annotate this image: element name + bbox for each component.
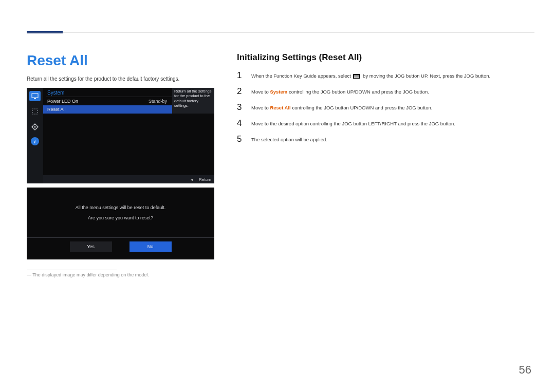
step-text: The selected option will be applied. bbox=[251, 135, 327, 143]
osd-sidebar: i bbox=[27, 88, 43, 183]
left-column: Reset All Return all the settings for th… bbox=[27, 52, 214, 277]
osd-footer: ◂ Return bbox=[43, 175, 214, 183]
step-item: 5 The selected option will be applied. bbox=[237, 135, 528, 143]
reset-all-label: Reset All bbox=[47, 107, 66, 112]
step-text: When the Function Key Guide appears, sel… bbox=[251, 71, 490, 79]
svg-point-4 bbox=[34, 126, 36, 128]
step-text: Move to Reset All controlling the JOG bu… bbox=[251, 103, 432, 111]
intro-text: Return all the settings for the product … bbox=[27, 76, 214, 82]
svg-rect-2 bbox=[32, 109, 38, 114]
yes-button: Yes bbox=[70, 241, 112, 252]
step-item: 1 When the Function Key Guide appears, s… bbox=[237, 71, 528, 80]
svg-rect-1 bbox=[34, 98, 36, 99]
no-button: No bbox=[130, 241, 172, 252]
step-item: 4 Move to the desired option controlling… bbox=[237, 119, 528, 127]
section-heading: Initializing Settings (Reset All) bbox=[237, 52, 528, 63]
step-item: 3 Move to Reset All controlling the JOG … bbox=[237, 103, 528, 111]
power-led-value: Stand-by bbox=[149, 99, 167, 104]
osd-menu-title: System bbox=[47, 90, 64, 96]
step-number: 3 bbox=[237, 103, 244, 111]
page-title: Reset All bbox=[27, 52, 214, 69]
confirm-dialog-screenshot: All the menu settings will be reset to d… bbox=[27, 188, 214, 259]
power-led-label: Power LED On bbox=[47, 99, 78, 104]
step-item: 2 Move to System controlling the JOG but… bbox=[237, 87, 528, 96]
right-column: Initializing Settings (Reset All) 1 When… bbox=[237, 52, 528, 277]
step-number: 4 bbox=[237, 119, 244, 127]
osd-description-panel: Return all the settings for the product … bbox=[172, 88, 214, 114]
step-number: 1 bbox=[237, 71, 244, 80]
step-number: 2 bbox=[237, 87, 244, 96]
svg-rect-0 bbox=[32, 94, 38, 98]
step-text: Move to System controlling the JOG butto… bbox=[251, 87, 429, 95]
header-rule bbox=[27, 32, 534, 32]
dialog-message-line1: All the menu settings will be reset to d… bbox=[76, 205, 166, 210]
osd-main-panel: System ▲ Power LED On Stand-by Reset All… bbox=[43, 88, 214, 183]
steps-list: 1 When the Function Key Guide appears, s… bbox=[237, 71, 528, 143]
left-arrow-icon: ◂ bbox=[191, 177, 193, 182]
monitor-icon bbox=[29, 91, 41, 101]
footnote-rule bbox=[27, 270, 117, 270]
dialog-message-line2: Are you sure you want to reset? bbox=[88, 215, 153, 220]
osd-screenshot: i System ▲ Power LED On Stand-by Reset A… bbox=[27, 88, 214, 183]
frame-icon bbox=[29, 106, 41, 117]
footnote-text: ― The displayed image may differ dependi… bbox=[27, 272, 214, 277]
info-icon: i bbox=[31, 137, 39, 145]
return-label: Return bbox=[199, 177, 211, 182]
page-number: 56 bbox=[519, 363, 531, 377]
step-text: Move to the desired option controlling t… bbox=[251, 119, 455, 127]
gear-icon bbox=[29, 122, 41, 132]
menu-icon bbox=[353, 74, 360, 79]
step-number: 5 bbox=[237, 135, 244, 143]
